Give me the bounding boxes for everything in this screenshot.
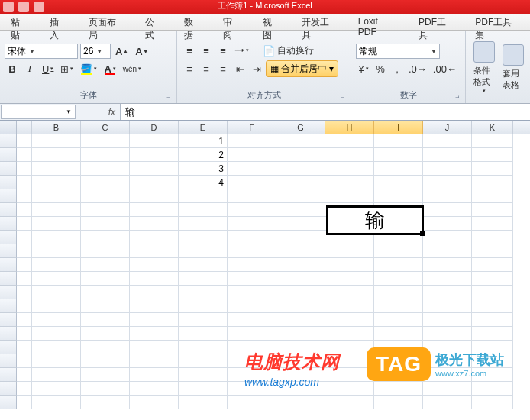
cell[interactable] <box>472 244 513 258</box>
cell[interactable] <box>276 203 325 217</box>
col-header[interactable]: J <box>423 121 472 134</box>
cell[interactable] <box>423 189 472 203</box>
cell[interactable] <box>179 354 228 368</box>
cell[interactable] <box>276 272 325 286</box>
cell[interactable] <box>130 176 179 189</box>
cell[interactable] <box>276 162 325 176</box>
tab-foxitpdf[interactable]: Foxit PDF <box>347 14 408 30</box>
cell[interactable] <box>276 313 325 327</box>
italic-button[interactable]: I <box>22 61 37 76</box>
row-header[interactable] <box>0 272 17 286</box>
cell[interactable] <box>276 231 325 244</box>
cell[interactable] <box>423 272 472 286</box>
cell[interactable] <box>17 134 32 148</box>
font-size-combo[interactable]: 26▼ <box>80 44 111 59</box>
row-header[interactable] <box>0 231 17 244</box>
align-left-icon[interactable]: ≡ <box>182 61 197 76</box>
cell[interactable]: 3 <box>179 162 228 176</box>
row-header[interactable] <box>0 258 17 272</box>
cell[interactable] <box>17 189 32 203</box>
cell[interactable] <box>325 162 374 176</box>
cell[interactable] <box>17 299 32 313</box>
cell[interactable] <box>81 286 130 299</box>
cell[interactable] <box>374 176 423 189</box>
cell[interactable] <box>32 244 81 258</box>
row-header[interactable] <box>0 396 17 409</box>
grow-font-icon[interactable]: A▲ <box>113 44 131 59</box>
cell[interactable] <box>179 327 228 341</box>
cell[interactable] <box>17 203 32 217</box>
tab-data[interactable]: 数据 <box>173 14 212 30</box>
cell[interactable] <box>32 354 81 368</box>
underline-button[interactable]: U▾ <box>40 61 56 76</box>
conditional-format-button[interactable]: 条件格式▾ <box>470 40 498 95</box>
cell[interactable] <box>81 203 130 217</box>
cell[interactable] <box>276 299 325 313</box>
cell[interactable] <box>17 217 32 231</box>
cell[interactable] <box>32 313 81 327</box>
cell[interactable] <box>130 327 179 341</box>
cell[interactable] <box>374 189 423 203</box>
tab-formulas[interactable]: 公式 <box>134 14 173 30</box>
cell[interactable] <box>423 382 472 396</box>
merge-center-button[interactable]: ▦合并后居中▾ <box>266 60 338 77</box>
cell[interactable] <box>472 162 513 176</box>
cell[interactable] <box>374 134 423 148</box>
cell[interactable] <box>81 134 130 148</box>
shrink-font-icon[interactable]: A▼ <box>133 44 150 59</box>
cell-styles-button[interactable]: 套用表格 <box>499 43 527 92</box>
name-box[interactable]: ▼ <box>1 105 76 119</box>
cell[interactable] <box>179 258 228 272</box>
tab-pdftools[interactable]: PDF工具 <box>408 14 464 30</box>
row-header[interactable] <box>0 286 17 299</box>
cell[interactable] <box>325 258 374 272</box>
cell[interactable]: 4 <box>179 176 228 189</box>
cell[interactable] <box>130 354 179 368</box>
tab-dev[interactable]: 开发工具 <box>291 14 347 30</box>
cell[interactable] <box>81 396 130 409</box>
cell[interactable] <box>228 134 276 148</box>
cell[interactable] <box>228 396 276 409</box>
tab-insert[interactable]: 插入 <box>39 14 78 30</box>
cell[interactable] <box>374 327 423 341</box>
cell[interactable] <box>17 313 32 327</box>
col-header[interactable]: F <box>228 121 276 134</box>
cell[interactable] <box>17 396 32 409</box>
cell[interactable] <box>81 217 130 231</box>
cell[interactable] <box>32 258 81 272</box>
col-header-selected[interactable]: I <box>374 121 423 134</box>
align-middle-icon[interactable]: ≡ <box>199 43 214 58</box>
cell[interactable] <box>32 341 81 354</box>
cell[interactable] <box>276 327 325 341</box>
cell[interactable] <box>17 354 32 368</box>
cell[interactable] <box>472 258 513 272</box>
cell[interactable] <box>32 162 81 176</box>
row-header[interactable] <box>0 368 17 382</box>
cell[interactable] <box>81 368 130 382</box>
cell[interactable] <box>472 396 513 409</box>
cell[interactable] <box>130 368 179 382</box>
cell[interactable] <box>81 354 130 368</box>
cell[interactable] <box>276 286 325 299</box>
cell[interactable] <box>81 313 130 327</box>
row-header[interactable] <box>0 313 17 327</box>
cell[interactable] <box>276 189 325 203</box>
cell[interactable] <box>325 299 374 313</box>
row-header[interactable] <box>0 244 17 258</box>
cell[interactable] <box>17 327 32 341</box>
cell[interactable] <box>228 162 276 176</box>
cell[interactable] <box>423 313 472 327</box>
cell[interactable] <box>276 176 325 189</box>
decrease-decimal-button[interactable]: .00← <box>431 61 459 76</box>
cell[interactable] <box>374 299 423 313</box>
cell[interactable] <box>179 299 228 313</box>
cell[interactable] <box>17 231 32 244</box>
cell[interactable] <box>374 258 423 272</box>
cell[interactable] <box>81 258 130 272</box>
cell[interactable] <box>130 203 179 217</box>
cell[interactable] <box>130 382 179 396</box>
cell[interactable] <box>130 313 179 327</box>
tab-pagelayout[interactable]: 页面布局 <box>78 14 134 30</box>
cell[interactable] <box>325 189 374 203</box>
cell[interactable] <box>228 299 276 313</box>
